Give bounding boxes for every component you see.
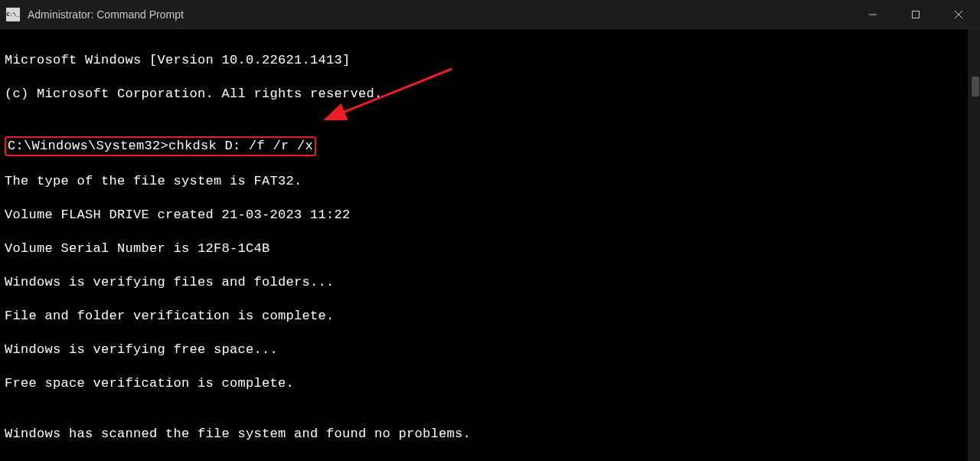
close-button[interactable] [937, 0, 980, 28]
minimize-button[interactable] [851, 0, 894, 28]
output-line: Volume FLASH DRIVE created 21-03-2023 11… [5, 207, 975, 224]
output-line: Windows is verifying files and folders..… [5, 274, 975, 291]
minimize-icon [868, 10, 877, 19]
output-line: Volume Serial Number is 12F8-1C4B [5, 240, 975, 257]
cmd-icon [6, 8, 20, 21]
scrollbar-thumb[interactable] [972, 77, 979, 96]
output-line: Free space verification is complete. [5, 375, 975, 392]
output-line: File and folder verification is complete… [5, 308, 975, 325]
command-text: chkdsk D: /f /r /x [168, 139, 313, 153]
title-bar: Administrator: Command Prompt [0, 0, 980, 29]
svg-rect-1 [913, 11, 920, 18]
maximize-icon [911, 10, 920, 19]
scrollbar-track[interactable] [968, 29, 980, 461]
output-line: (c) Microsoft Corporation. All rights re… [5, 86, 975, 103]
window-controls [851, 0, 980, 28]
highlight-annotation: C:\Windows\System32>chkdsk D: /f /r /x [5, 136, 316, 156]
prompt: C:\Windows\System32> [8, 139, 168, 153]
close-icon [954, 10, 963, 19]
output-line: Microsoft Windows [Version 10.0.22621.14… [5, 52, 975, 69]
output-line: Windows is verifying free space... [5, 342, 975, 358]
output-line: Windows has scanned the file system and … [5, 426, 975, 443]
command-line: C:\Windows\System32>chkdsk D: /f /r /x [5, 136, 975, 156]
maximize-button[interactable] [894, 0, 937, 28]
window-title: Administrator: Command Prompt [28, 8, 851, 21]
output-line: The type of the file system is FAT32. [5, 173, 975, 190]
terminal-area[interactable]: Microsoft Windows [Version 10.0.22621.14… [0, 29, 980, 461]
